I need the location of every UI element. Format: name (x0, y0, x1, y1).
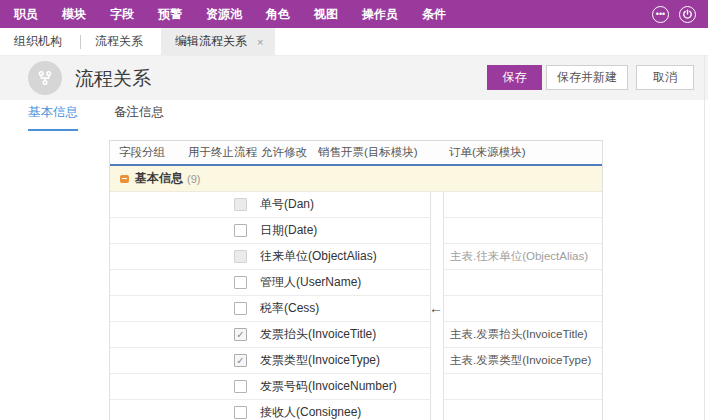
target-cell: 接收人(Consignee) (110, 400, 431, 420)
table-row: ✓发票类型(InvoiceType)主表.发票类型(InvoiceType) (110, 348, 602, 374)
table-row: 接收人(Consignee) (110, 400, 602, 420)
table-row: 单号(Dan) (110, 192, 602, 218)
table-row: 发票号码(InvoiceNumber) (110, 374, 602, 400)
row-gutter (431, 374, 443, 400)
allow-modify-checkbox (234, 198, 247, 211)
target-cell: ✓发票抬头(InvoiceTitle) (110, 322, 431, 348)
allow-modify-checkbox[interactable] (234, 224, 247, 237)
row-gutter (431, 218, 443, 244)
menu-item-7[interactable]: 视图 (314, 6, 338, 23)
field-label: 往来单位(ObjectAlias) (260, 248, 377, 265)
column-header-2: 用于终止流程 (188, 145, 261, 160)
doc-tab-label: 组织机构 (14, 33, 62, 50)
table-row: ✓发票抬头(InvoiceTitle)主表.发票抬头(InvoiceTitle) (110, 322, 602, 348)
menu-item-3[interactable]: 字段 (110, 6, 134, 23)
target-cell: 税率(Cess) (110, 296, 431, 322)
app-window: 职员模块字段预警资源池角色视图操作员条件 ••• 组织机构流程关系编辑流程关系× (0, 0, 708, 420)
target-cell: 单号(Dan) (110, 192, 431, 218)
allow-modify-checkbox[interactable] (234, 276, 247, 289)
source-field-value: 主表.往来单位(ObjectAlias) (450, 249, 588, 264)
close-tab-icon[interactable]: × (257, 36, 263, 48)
cancel-button[interactable]: 取消 (636, 65, 694, 90)
target-cell: 发票号码(InvoiceNumber) (110, 374, 431, 400)
doc-tab-label: 编辑流程关系 (175, 33, 247, 50)
save-button[interactable]: 保存 (487, 65, 542, 90)
source-cell[interactable]: 主表.发票抬头(InvoiceTitle) (443, 322, 602, 348)
menu-item-1[interactable]: 职员 (14, 6, 38, 23)
field-label: 管理人(UserName) (260, 274, 361, 291)
group-label: 基本信息 (135, 170, 183, 187)
allow-modify-checkbox[interactable]: ✓ (234, 354, 247, 367)
menu-item-8[interactable]: 操作员 (362, 6, 398, 23)
row-gutter (431, 192, 443, 218)
group-row[interactable]: 基本信息 (9) (110, 166, 602, 192)
page-header: 流程关系 保存 保存并新建 取消 (0, 56, 708, 100)
menu-items: 职员模块字段预警资源池角色视图操作员条件 (14, 6, 470, 23)
allow-modify-checkbox[interactable] (234, 406, 247, 419)
row-gutter (431, 270, 443, 296)
allow-modify-checkbox[interactable] (234, 302, 247, 315)
source-cell[interactable] (443, 192, 602, 218)
field-label: 发票类型(InvoiceType) (260, 352, 380, 369)
tab-basic-info[interactable]: 基本信息 (28, 104, 78, 131)
field-label: 发票抬头(InvoiceTitle) (260, 326, 376, 343)
content-tabs: 基本信息 备注信息 (28, 104, 164, 131)
row-gutter (431, 244, 443, 270)
top-menubar: 职员模块字段预警资源池角色视图操作员条件 ••• (0, 0, 708, 28)
field-label: 发票号码(InvoiceNumber) (260, 378, 397, 395)
mapping-arrow-icon: ← (429, 300, 443, 316)
source-cell[interactable] (443, 296, 602, 322)
source-cell[interactable] (443, 400, 602, 420)
allow-modify-checkbox[interactable] (234, 380, 247, 393)
table-row: 管理人(UserName) (110, 270, 602, 296)
source-field-value: 主表.发票类型(InvoiceType) (450, 353, 591, 368)
field-label: 单号(Dan) (260, 196, 314, 213)
document-tabbar: 组织机构流程关系编辑流程关系× (0, 28, 708, 56)
menu-item-5[interactable]: 资源池 (206, 6, 242, 23)
page-title: 流程关系 (75, 66, 151, 92)
doc-tab-2[interactable]: 流程关系 (81, 28, 161, 55)
doc-tab-1[interactable]: 组织机构 (0, 28, 80, 55)
menu-item-9[interactable]: 条件 (422, 6, 446, 23)
power-icon[interactable] (679, 6, 696, 23)
tab-remark-info[interactable]: 备注信息 (114, 104, 164, 131)
field-label: 接收人(Consignee) (260, 404, 361, 420)
row-gutter (431, 400, 443, 420)
row-gutter (431, 322, 443, 348)
source-field-value: 主表.发票抬头(InvoiceTitle) (450, 327, 588, 342)
menu-item-6[interactable]: 角色 (266, 6, 290, 23)
source-cell[interactable]: 主表.发票类型(InvoiceType) (443, 348, 602, 374)
allow-modify-checkbox (234, 250, 247, 263)
scroll-edge-line (704, 56, 705, 420)
menubar-right: ••• (652, 0, 696, 28)
field-label: 日期(Date) (260, 222, 317, 239)
source-cell[interactable]: 主表.往来单位(ObjectAlias) (443, 244, 602, 270)
column-header-5: 订单(来源模块) (443, 145, 602, 160)
save-and-new-button[interactable]: 保存并新建 (546, 65, 628, 90)
target-cell: 往来单位(ObjectAlias) (110, 244, 431, 270)
target-cell: ✓发票类型(InvoiceType) (110, 348, 431, 374)
column-header-1: 字段分组 (110, 145, 188, 160)
source-cell[interactable] (443, 218, 602, 244)
table-row: 往来单位(ObjectAlias)主表.往来单位(ObjectAlias) (110, 244, 602, 270)
field-label: 税率(Cess) (260, 300, 319, 317)
flow-relation-icon (28, 61, 62, 95)
menu-item-4[interactable]: 预警 (158, 6, 182, 23)
source-cell[interactable] (443, 374, 602, 400)
allow-modify-checkbox[interactable]: ✓ (234, 328, 247, 341)
target-cell: 日期(Date) (110, 218, 431, 244)
menu-item-2[interactable]: 模块 (62, 6, 86, 23)
column-header-3: 允许修改 (261, 145, 318, 160)
row-gutter: ← (431, 296, 443, 322)
target-cell: 管理人(UserName) (110, 270, 431, 296)
table-row: 税率(Cess)← (110, 296, 602, 322)
header-buttons: 保存 保存并新建 取消 (487, 65, 694, 90)
source-cell[interactable] (443, 270, 602, 296)
collapse-group-icon[interactable] (120, 175, 129, 183)
row-gutter (431, 348, 443, 374)
doc-tab-3[interactable]: 编辑流程关系× (161, 28, 275, 55)
table-body: 单号(Dan)日期(Date)往来单位(ObjectAlias)主表.往来单位(… (110, 192, 602, 420)
more-icon[interactable]: ••• (652, 6, 669, 23)
relation-table: 字段分组用于终止流程允许修改销售开票(目标模块)订单(来源模块) 基本信息 (9… (109, 140, 603, 420)
table-row: 日期(Date) (110, 218, 602, 244)
